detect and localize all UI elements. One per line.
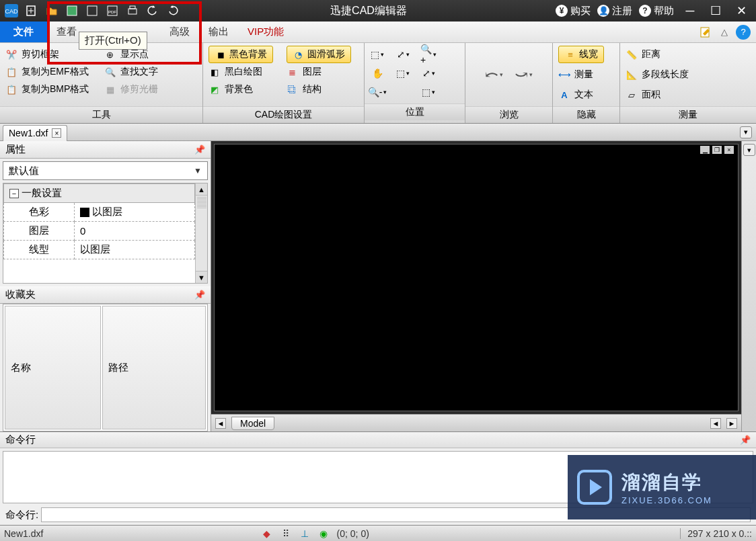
hscroll-left[interactable]: ◄ xyxy=(710,418,721,429)
polylength-button[interactable]: 📐多段线长度 xyxy=(624,66,752,83)
qat-saveas-icon[interactable] xyxy=(83,2,101,19)
black-bg-icon: ◼ xyxy=(215,48,227,60)
minimize-button[interactable]: ─ xyxy=(681,4,700,18)
tabstrip-expand-button[interactable]: ▾ xyxy=(740,126,752,138)
document-tab[interactable]: New1.dxf × xyxy=(3,125,67,141)
menu-output[interactable]: 输出 xyxy=(199,22,238,42)
pos-btn-6[interactable]: 🔍- xyxy=(369,83,386,101)
left-panel: 属性 📌 默认值 −一般设置 色彩以图层 图层0 线型以图层 ▲ ▼ 收藏夹 xyxy=(0,141,211,431)
help-button[interactable]: ?帮助 xyxy=(639,5,674,17)
text-icon: A xyxy=(558,89,570,101)
close-button[interactable]: ✕ xyxy=(732,3,751,18)
structure-button[interactable]: ⿻结构 xyxy=(285,81,361,98)
pin-icon[interactable]: 📌 xyxy=(194,290,205,300)
lineweight-button[interactable]: ≡线宽 xyxy=(558,46,604,63)
pos-btn-2[interactable]: ⤢ xyxy=(394,46,412,63)
ribbon: ✂️剪切框架 📋复制为EMF格式 📋复制为BMP格式 ⊕显示点 🔍查找文字 ▦修… xyxy=(0,43,756,124)
svg-rect-10 xyxy=(130,6,135,9)
titlebar: CAD PDF 迅捷CAD编辑器 ¥购买 👤注册 ?帮助 ─ ☐ ✕ xyxy=(0,0,756,22)
properties-scrollbar[interactable]: ▲ ▼ xyxy=(195,183,207,283)
options-icon[interactable]: △ xyxy=(717,25,732,40)
status-cursor-icon[interactable]: ◆ xyxy=(262,528,272,539)
status-snap-icon[interactable]: ◉ xyxy=(318,528,329,539)
register-button[interactable]: 👤注册 xyxy=(597,5,632,17)
qat-save-icon[interactable] xyxy=(63,2,81,19)
area-icon: ▱ xyxy=(626,89,638,101)
menu-vip[interactable]: VIP功能 xyxy=(238,22,293,42)
copy-bmp-button[interactable]: 📋复制为BMP格式 xyxy=(4,81,100,98)
canvas-min-icon[interactable]: ▁ xyxy=(700,146,710,154)
drawing-canvas[interactable]: ▁ ❐ × xyxy=(214,144,739,411)
favorites-panel-header: 收藏夹 📌 xyxy=(0,286,211,304)
canvas-close-icon[interactable]: × xyxy=(724,146,734,154)
arc-icon: ◔ xyxy=(293,48,305,60)
layers-icon: ≣ xyxy=(287,66,299,78)
right-expand-button[interactable]: ▾ xyxy=(743,144,755,156)
tab-close-button[interactable]: × xyxy=(52,128,61,138)
smooth-arc-button[interactable]: ◔圆滑弧形 xyxy=(287,46,351,63)
color-swatch-icon xyxy=(80,208,89,217)
document-tabstrip: New1.dxf × ▾ xyxy=(0,124,756,141)
hscroll-right[interactable]: ► xyxy=(726,418,737,429)
maximize-button[interactable]: ☐ xyxy=(706,3,725,18)
status-ortho-icon[interactable]: ⊥ xyxy=(299,528,310,539)
copy-emf-button[interactable]: 📋复制为EMF格式 xyxy=(4,63,100,81)
browse-back-button[interactable]: ⤺ xyxy=(486,66,503,83)
svg-text:PDF: PDF xyxy=(108,10,116,14)
qat-open-icon[interactable] xyxy=(43,2,61,19)
pos-btn-4[interactable]: ⬚ xyxy=(394,65,412,82)
prop-row-layer[interactable]: 图层0 xyxy=(4,222,195,241)
qat-pdf-icon[interactable]: PDF xyxy=(104,2,121,19)
fav-col-name[interactable]: 名称 xyxy=(5,306,101,429)
model-tabstrip: ◄ Model ◄ ► xyxy=(211,414,741,431)
pin-icon[interactable]: 📌 xyxy=(740,435,751,445)
status-coords: (0; 0; 0) xyxy=(337,528,369,539)
qat-print-icon[interactable] xyxy=(124,2,141,19)
fav-col-path[interactable]: 路径 xyxy=(102,306,206,429)
bw-icon: ◧ xyxy=(209,66,221,78)
pos-btn-5[interactable]: ⤢ xyxy=(420,65,437,82)
area-button[interactable]: ▱面积 xyxy=(624,86,752,103)
distance-button[interactable]: 📏距离 xyxy=(624,46,752,63)
menu-file[interactable]: 文件 xyxy=(0,22,47,42)
menu-advanced[interactable]: 高级 xyxy=(160,22,199,42)
find-text-button[interactable]: 🔍查找文字 xyxy=(103,63,199,81)
watermark-overlay: 溜溜自学 ZIXUE.3D66.COM xyxy=(568,455,756,519)
qat-new-icon[interactable] xyxy=(23,2,40,19)
model-tab[interactable]: Model xyxy=(231,417,274,430)
text-hide-button[interactable]: A文本 xyxy=(557,86,615,103)
prop-row-color[interactable]: 色彩以图层 xyxy=(4,203,195,222)
buy-button[interactable]: ¥购买 xyxy=(556,5,591,17)
bg-color-button[interactable]: ◩背景色 xyxy=(207,81,282,98)
emf-icon: 📋 xyxy=(5,66,17,78)
help-icon[interactable]: ? xyxy=(736,25,751,40)
prop-row-linetype[interactable]: 线型以图层 xyxy=(4,241,195,259)
browse-fwd-button[interactable]: ⤻ xyxy=(515,66,533,83)
svg-rect-6 xyxy=(87,6,97,15)
black-bg-button[interactable]: ◼黑色背景 xyxy=(209,46,273,63)
tools-group-label: 工具 xyxy=(0,106,202,123)
layers-button[interactable]: ≣图层 xyxy=(285,63,361,81)
question-icon: ? xyxy=(639,5,651,17)
pos-btn-7[interactable]: ⬚ xyxy=(420,83,437,101)
collapse-icon[interactable]: − xyxy=(9,189,19,198)
pos-btn-1[interactable]: ⬚ xyxy=(369,46,386,63)
scroll-down-icon[interactable]: ▼ xyxy=(196,271,207,283)
pin-icon[interactable]: 📌 xyxy=(194,144,205,155)
bw-draw-button[interactable]: ◧黑白绘图 xyxy=(207,63,282,81)
svg-text:CAD: CAD xyxy=(5,8,18,15)
model-prev-button[interactable]: ◄ xyxy=(215,418,226,429)
canvas-restore-icon[interactable]: ❐ xyxy=(712,146,722,154)
app-logo-icon: CAD xyxy=(3,2,20,19)
scroll-up-icon[interactable]: ▲ xyxy=(196,183,207,196)
notepad-icon[interactable] xyxy=(698,25,713,40)
scroll-thumb[interactable] xyxy=(197,197,206,209)
qat-redo-icon[interactable] xyxy=(164,2,182,19)
status-grid-icon[interactable]: ⠿ xyxy=(280,528,291,539)
scissors-icon: ✂️ xyxy=(5,48,17,60)
pos-btn-3[interactable]: 🔍+ xyxy=(420,46,437,63)
qat-undo-icon[interactable] xyxy=(144,2,161,19)
measure-hide-button[interactable]: ⟷测量 xyxy=(557,66,615,83)
default-dropdown[interactable]: 默认值 xyxy=(3,161,208,180)
pan-button[interactable]: ✋ xyxy=(369,65,386,82)
